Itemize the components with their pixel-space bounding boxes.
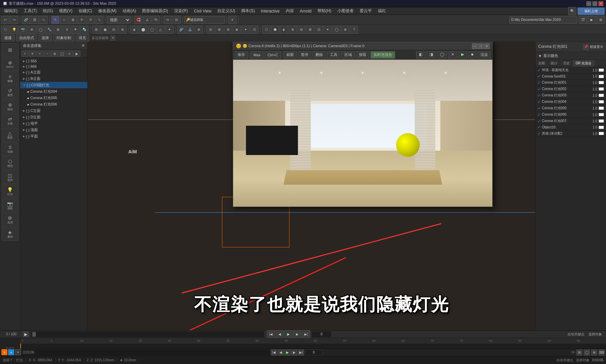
panel-op1[interactable]: ⊕ [51, 51, 58, 57]
panel-subtract[interactable]: − [44, 51, 51, 57]
tree-item-light006[interactable]: ● Corona 灯光006 [20, 101, 87, 108]
render-region-btn[interactable]: 区域 [341, 51, 355, 59]
maximize-btn[interactable]: □ [593, 1, 597, 6]
tb-r9[interactable]: ◯ [332, 26, 340, 34]
sidebar-light[interactable]: 💡 灯光 [2, 185, 19, 198]
render-icon1[interactable]: ◧ [416, 51, 425, 59]
utilities[interactable]: 🔩 [80, 26, 88, 34]
sub-create[interactable]: 建建 [1, 34, 15, 41]
rotate-tool[interactable]: ↺ [86, 16, 94, 24]
light-color-obj10[interactable] [599, 126, 604, 129]
check-sun001[interactable]: ✓ [538, 74, 541, 79]
align-tool[interactable]: ⊟ [172, 16, 181, 24]
menu-content[interactable]: 内容 [283, 7, 297, 14]
select-mode[interactable]: ↖ [51, 16, 59, 24]
menu-render[interactable]: 渲染(R) [171, 7, 191, 14]
render-extract-btn[interactable]: 抠取 [356, 51, 369, 59]
goto-start[interactable]: |◀ [267, 330, 275, 338]
frame-counter[interactable]: 0 [311, 331, 332, 338]
scale-tool[interactable]: ⤡ [95, 16, 103, 24]
menu-interactive[interactable]: Interactive [258, 8, 282, 14]
menu-cloud[interactable]: 爱云平 [357, 7, 375, 14]
pb-play2[interactable]: ▶ [284, 350, 291, 356]
select-link[interactable]: 🔗 [22, 16, 30, 24]
render-save-btn[interactable]: 保存 [235, 51, 248, 59]
create-helper[interactable]: ⊕ [28, 26, 36, 34]
tb-extra3[interactable]: ⊕ [224, 26, 232, 34]
pb-prev[interactable]: ◀ [278, 350, 284, 356]
render-stop[interactable]: ■ [468, 51, 476, 59]
light-color-003[interactable] [599, 94, 604, 97]
tb-snap1[interactable]: 🔗 [177, 26, 185, 34]
tab-history[interactable]: 历史 [560, 60, 573, 67]
menu-custom[interactable]: 自定义(U) [215, 7, 238, 14]
light-color-other[interactable] [599, 132, 604, 135]
light-row-sun001[interactable]: ✓ Corona Sun001: 1.0 [535, 73, 606, 80]
close-btn[interactable]: ✕ [599, 1, 603, 6]
light-row-006[interactable]: ✓ Corona 灯光006: 1.0 [535, 112, 606, 118]
tb-snap2[interactable]: ⚓ [186, 26, 194, 34]
sub-object-paint[interactable]: 对象绘制 [53, 34, 74, 41]
tb-box3[interactable]: ⊟ [110, 26, 118, 34]
light-color-001[interactable] [599, 81, 604, 84]
angle-snap[interactable]: ∠ [143, 16, 151, 24]
check-005[interactable]: ✓ [538, 106, 541, 111]
tb-r11[interactable]: ? [350, 26, 358, 34]
tree-item-light005[interactable]: ● Corona 灯光005 [20, 95, 87, 101]
menu-arnold[interactable]: Arnold [297, 8, 314, 14]
check-006[interactable]: ✓ [538, 113, 541, 117]
sidebar-rdfs[interactable]: ⊕ RDFS [2, 57, 19, 71]
prev-frame[interactable]: ◀ [276, 330, 284, 338]
tb-extra2[interactable]: ⊞ [215, 26, 223, 34]
light-row-other[interactable]: ✓ 其他 (未分配): 1.0 [535, 130, 606, 137]
tb-r1[interactable]: ⬡ [262, 26, 270, 34]
sidebar-anim[interactable]: ⧖ 动画 [2, 142, 19, 156]
tree-item-a[interactable]: ▶ { } A立面 [20, 69, 87, 75]
hierarchy[interactable]: ⊞ [54, 26, 62, 34]
viewport-area[interactable]: [+] [Camera003] [用户定义][具体排...场景...] AiM … [88, 42, 535, 352]
search-btn[interactable]: 🔍 [568, 7, 576, 15]
tree-item-c[interactable]: ▶ { } C立面 [20, 108, 87, 114]
menu-script[interactable]: 脚本(S) [239, 7, 257, 14]
display[interactable]: 👁 [72, 26, 80, 34]
render-frame[interactable]: ⊞ [597, 16, 605, 24]
check-002[interactable]: ✓ [538, 87, 541, 91]
sidebar-create[interactable]: ⊞ [2, 43, 19, 57]
tb-mat1[interactable]: ◈ [130, 26, 138, 34]
light-color-env[interactable] [599, 68, 604, 72]
tree-item-light004[interactable]: ● Corona 灯光004 [20, 88, 87, 95]
render-play[interactable]: ▶ [458, 51, 467, 59]
tree-item-ground[interactable]: ▶ { } 地平 [20, 120, 87, 127]
sidebar-model[interactable]: ⬡ 模型 [2, 156, 19, 170]
tb-r6[interactable]: ⊞ [306, 26, 314, 34]
tray-icon-1[interactable]: ⊕ [1, 349, 7, 355]
tb-extra6[interactable]: ⊡ [250, 26, 258, 34]
tree-item-555[interactable]: ▶ { } 555 [20, 58, 87, 64]
render-info[interactable]: 渲染 [477, 51, 491, 59]
goto-end[interactable]: ▶| [302, 330, 310, 338]
snap-toggle[interactable]: 🧲 [134, 16, 142, 24]
select-region[interactable]: □ [60, 16, 68, 24]
sidebar-cam[interactable]: 📷 相机 [2, 199, 19, 212]
sidebar-redo[interactable]: ↺ 重置 [2, 86, 19, 99]
render-window[interactable]: 😊 😊 Corona 8 (Hotfix 2) | 800×600px (1:1… [233, 42, 493, 207]
redo-btn[interactable]: ↪ [10, 16, 18, 24]
check-obj10[interactable]: ✓ [538, 125, 541, 129]
render-minimize[interactable]: — [472, 43, 477, 49]
render-icon3[interactable]: ◯ [437, 51, 447, 59]
tb-extra1[interactable]: ⊟ [206, 26, 215, 34]
create-light[interactable]: 💡 [10, 26, 18, 34]
panel-remove[interactable]: ✕ [29, 51, 36, 57]
tray-icon-3[interactable]: ✕ [15, 349, 21, 355]
modify[interactable]: 🔧 [45, 26, 53, 34]
sub-freeform[interactable]: 自由形式 [16, 34, 37, 41]
tb-mat3[interactable]: ◯ [148, 26, 156, 34]
render-icon2[interactable]: ◨ [426, 51, 436, 59]
tree-item-top[interactable]: ▶ { } 顶面 [20, 127, 87, 133]
sidebar-practical[interactable]: ⚙ 实用 [2, 213, 19, 226]
next-frame[interactable]: ▶ [293, 330, 301, 338]
light-color-sun001[interactable] [599, 75, 604, 78]
render-refresh-btn[interactable]: 刷新 [283, 51, 297, 59]
light-row-007[interactable]: ✓ Corona 灯光007: 1.0 [535, 118, 606, 124]
layer-mgr[interactable]: ≡ [228, 16, 237, 24]
